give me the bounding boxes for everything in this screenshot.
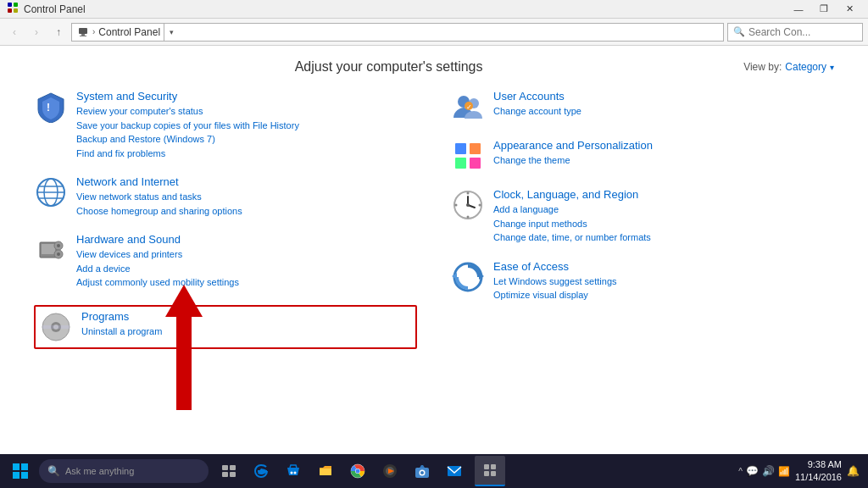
svg-point-51 <box>294 472 297 474</box>
chrome-icon <box>350 463 365 479</box>
chrome-button[interactable] <box>342 456 373 486</box>
task-view-button[interactable] <box>214 456 244 486</box>
mail-button[interactable] <box>439 456 470 486</box>
volume-icon[interactable]: 🔊 <box>762 465 775 477</box>
search-icon: 🔍 <box>733 26 745 37</box>
svg-rect-2 <box>8 8 12 13</box>
back-button[interactable]: ‹ <box>5 23 24 42</box>
ease-text: Ease of Access Let Windows suggest setti… <box>493 260 834 302</box>
network-icon <box>34 175 68 209</box>
arrow-annotation <box>165 285 203 410</box>
category-system-security[interactable]: ! System and Security Review your comput… <box>34 90 417 160</box>
windows-logo <box>13 463 28 479</box>
svg-point-36 <box>467 216 470 219</box>
user-accounts-text: User Accounts Change account type <box>493 90 834 119</box>
category-programs[interactable]: Programs Uninstall a program <box>34 305 417 349</box>
appearance-icon <box>451 139 485 173</box>
svg-rect-48 <box>222 472 228 477</box>
close-button[interactable]: ✕ <box>837 2 861 17</box>
network-tray-icon[interactable]: 📶 <box>778 466 790 477</box>
view-by-value[interactable]: Category <box>785 61 826 73</box>
clock-sub3[interactable]: Change date, time, or number formats <box>493 230 834 245</box>
svg-rect-0 <box>8 3 12 7</box>
addressbar: ‹ › ↑ › Control Panel ▾ 🔍 <box>0 19 868 46</box>
hardware-text: Hardware and Sound View devices and prin… <box>76 233 417 290</box>
svg-rect-29 <box>455 158 466 169</box>
category-ease[interactable]: Ease of Access Let Windows suggest setti… <box>451 260 834 302</box>
programs-sub1[interactable]: Uninstall a program <box>81 324 412 339</box>
control-panel-icon <box>483 463 497 477</box>
computer-icon <box>77 26 89 38</box>
user-accounts-title[interactable]: User Accounts <box>493 90 834 103</box>
search-bar[interactable]: 🔍 <box>727 23 863 42</box>
ease-sub1[interactable]: Let Windows suggest settings <box>493 274 834 289</box>
page-title: Adjust your computer's settings <box>295 59 483 74</box>
hardware-title[interactable]: Hardware and Sound <box>76 233 417 246</box>
hardware-sub2[interactable]: Add a device <box>76 262 417 276</box>
breadcrumb-bar[interactable]: › Control Panel ▾ <box>71 23 724 42</box>
network-title[interactable]: Network and Internet <box>76 175 417 188</box>
appearance-sub1[interactable]: Change the theme <box>493 153 834 168</box>
breadcrumb-separator: › <box>92 27 95 36</box>
network-sub1[interactable]: View network status and tasks <box>76 190 417 204</box>
svg-rect-44 <box>13 472 19 479</box>
svg-rect-67 <box>484 471 489 476</box>
hardware-sub1[interactable]: View devices and printers <box>76 247 417 262</box>
explorer-button[interactable] <box>310 456 341 486</box>
titlebar: Control Panel — ❐ ✕ <box>0 0 868 19</box>
svg-point-37 <box>455 204 458 207</box>
system-security-sub3[interactable]: Backup and Restore (Windows 7) <box>76 132 417 147</box>
svg-rect-30 <box>470 158 481 169</box>
svg-point-63 <box>420 471 424 474</box>
store-icon <box>286 463 301 479</box>
category-network[interactable]: Network and Internet View network status… <box>34 175 417 218</box>
system-security-sub4[interactable]: Find and fix problems <box>76 147 417 161</box>
svg-rect-43 <box>21 463 28 470</box>
network-sub2[interactable]: Choose homegroup and sharing options <box>76 204 417 219</box>
ease-sub2[interactable]: Optimize visual display <box>493 288 834 302</box>
clock-sub1[interactable]: Add a language <box>493 202 834 217</box>
clock-sub2[interactable]: Change input methods <box>493 217 834 231</box>
control-panel-taskbar[interactable] <box>475 456 505 486</box>
clock-icon <box>451 188 485 222</box>
category-appearance[interactable]: Appearance and Personalization Change th… <box>451 139 834 173</box>
programs-title[interactable]: Programs <box>81 310 412 323</box>
system-security-title[interactable]: System and Security <box>76 90 417 103</box>
svg-rect-65 <box>484 464 489 469</box>
ease-title[interactable]: Ease of Access <box>493 260 834 273</box>
start-button[interactable] <box>3 456 37 486</box>
svg-rect-66 <box>491 464 496 469</box>
category-clock[interactable]: Clock, Language, and Region Add a langua… <box>451 188 834 245</box>
forward-button[interactable]: › <box>27 23 46 42</box>
camera-button[interactable] <box>407 456 437 486</box>
svg-rect-64 <box>448 466 461 476</box>
breadcrumb-dropdown[interactable]: ▾ <box>164 23 179 42</box>
store-button[interactable] <box>278 456 309 486</box>
notification-button[interactable]: 🔔 <box>847 465 860 477</box>
maximize-button[interactable]: ❐ <box>812 2 836 17</box>
system-security-icon: ! <box>34 90 68 124</box>
category-user-accounts[interactable]: ✓ User Accounts Change account type <box>451 90 834 124</box>
system-security-sub2[interactable]: Save your backup copies of your files wi… <box>76 119 417 133</box>
minimize-button[interactable]: — <box>787 2 810 17</box>
clock[interactable]: 9:38 AM 11/14/2016 <box>795 458 842 485</box>
up-button[interactable]: ↑ <box>49 23 68 42</box>
ease-icon <box>451 260 485 294</box>
taskbar-search[interactable]: 🔍 Ask me anything <box>39 459 209 483</box>
media-button[interactable] <box>375 456 405 486</box>
camera-icon <box>415 463 430 479</box>
user-accounts-sub1[interactable]: Change account type <box>493 104 834 119</box>
taskbar-right: ^ 💬 🔊 📶 9:38 AM 11/14/2016 🔔 <box>738 458 865 485</box>
media-icon <box>382 463 398 479</box>
view-by-arrow[interactable]: ▾ <box>830 63 834 72</box>
action-center-icon[interactable]: 💬 <box>746 465 759 477</box>
clock-title[interactable]: Clock, Language, and Region <box>493 188 834 201</box>
edge-button[interactable] <box>246 456 276 486</box>
category-hardware[interactable]: Hardware and Sound View devices and prin… <box>34 233 417 290</box>
appearance-title[interactable]: Appearance and Personalization <box>493 139 834 152</box>
system-security-sub1[interactable]: Review your computer's status <box>76 104 417 119</box>
hardware-icon <box>34 233 68 267</box>
tray-arrow[interactable]: ^ <box>738 467 743 476</box>
search-input[interactable] <box>748 26 857 38</box>
hardware-sub3[interactable]: Adjust commonly used mobility settings <box>76 275 417 290</box>
